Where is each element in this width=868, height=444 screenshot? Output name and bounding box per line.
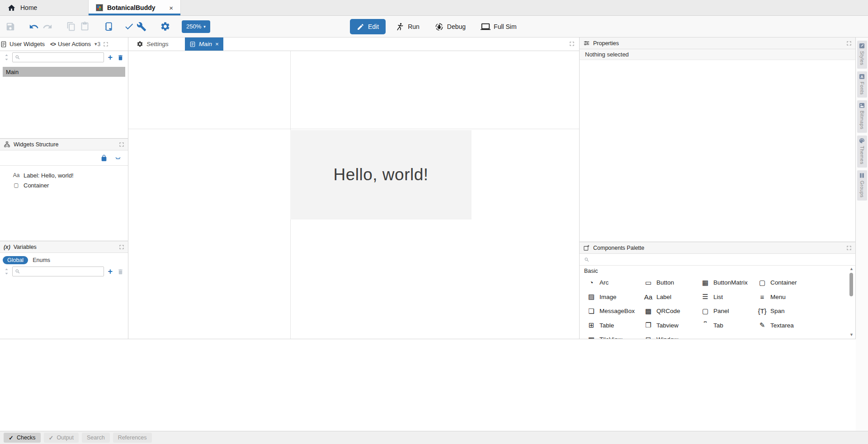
widgets-structure-header: Widgets Structure xyxy=(0,139,128,150)
component-icon: ≡ xyxy=(758,293,767,301)
maximize-panel-icon[interactable] xyxy=(846,245,852,251)
palette-scrollbar[interactable]: ▲ ▼ xyxy=(849,266,854,337)
tab-enums[interactable]: Enums xyxy=(33,257,50,263)
redo-button[interactable] xyxy=(42,21,53,33)
maximize-panel-icon[interactable] xyxy=(103,42,108,47)
design-canvas[interactable]: Hello, world! xyxy=(128,51,579,339)
scroll-down-icon[interactable]: ▼ xyxy=(849,332,854,337)
palette-item[interactable]: ⊟ Window xyxy=(644,332,701,339)
lock-button[interactable] xyxy=(100,154,108,162)
delete-page-button[interactable] xyxy=(116,53,124,61)
palette-item[interactable]: ❐ Tabview xyxy=(644,318,701,333)
palette-item[interactable]: ☰ List xyxy=(701,290,758,304)
sidebar-tab-bitmaps[interactable]: Bitmaps xyxy=(857,100,867,132)
page-icon xyxy=(189,41,196,47)
run-mode-button[interactable]: Run xyxy=(391,19,425,34)
palette-item[interactable]: ▦ ButtonMatrix xyxy=(701,276,758,290)
paste-button[interactable] xyxy=(79,21,90,33)
component-icon: Aa xyxy=(644,293,653,301)
pencil-icon xyxy=(357,23,364,31)
left-panel-tab-bar: User Widgets <> User Actions ▾ 3 xyxy=(0,37,128,51)
component-icon: ❐ xyxy=(644,321,653,329)
chevron-down-icon[interactable]: ▾ xyxy=(94,41,97,47)
component-label: Span xyxy=(770,308,785,314)
component-icon: ▢ xyxy=(701,307,710,315)
delete-variable-button[interactable] xyxy=(116,267,124,276)
tab-settings[interactable]: Settings xyxy=(130,37,175,51)
widgets-tree-item[interactable]: Aa Label: Hello, world! xyxy=(0,170,128,180)
tab-references[interactable]: References xyxy=(113,433,152,443)
add-variable-button[interactable]: + xyxy=(107,267,113,276)
main-tab-close-button[interactable]: × xyxy=(215,41,219,47)
hello-world-label[interactable]: Hello, world! xyxy=(333,165,428,184)
sidebar-tab-themes[interactable]: Themes xyxy=(857,136,867,168)
tab-project[interactable]: BotanicalBuddy × xyxy=(89,0,181,15)
device-screen[interactable]: Hello, world! xyxy=(290,130,472,220)
palette-item[interactable]: ▢ Container xyxy=(758,276,815,290)
wrench-icon xyxy=(137,22,146,32)
component-label: Button xyxy=(656,279,674,286)
palette-item[interactable]: ⎴ Tab xyxy=(701,318,758,333)
components-search-input[interactable] xyxy=(592,257,851,263)
maximize-panel-icon[interactable] xyxy=(119,244,124,250)
palette-item[interactable]: ▭ Button xyxy=(644,276,701,290)
palette-item[interactable]: ≡ Menu xyxy=(758,290,815,304)
palette-item[interactable]: ❏ MessageBox xyxy=(587,304,644,318)
palette-item[interactable]: ✎ Textarea xyxy=(758,318,815,333)
zoom-dropdown[interactable]: 250% ▾ xyxy=(182,20,210,33)
page-list-item-main[interactable]: Main xyxy=(3,67,125,77)
build-button[interactable] xyxy=(136,21,147,33)
search-tab-label: Search xyxy=(87,435,105,441)
groups-icon xyxy=(859,173,865,178)
palette-item[interactable]: ⊞ Table xyxy=(587,318,644,333)
tab-user-widgets[interactable]: User Widgets xyxy=(0,37,47,51)
maximize-panel-icon[interactable] xyxy=(119,142,124,147)
palette-item[interactable]: ▢ Panel xyxy=(701,304,758,318)
component-label: Tabview xyxy=(656,322,679,329)
full-sim-button[interactable]: Full Sim xyxy=(476,19,522,34)
tab-main-page[interactable]: Main × xyxy=(185,37,223,51)
component-label: Image xyxy=(599,294,617,300)
pages-search-input[interactable] xyxy=(22,54,101,61)
palette-item[interactable]: ◔ Arc xyxy=(587,276,644,290)
interface-docs-button[interactable] xyxy=(102,21,114,33)
variables-search-input[interactable] xyxy=(22,268,101,275)
properties-header: Properties xyxy=(580,37,855,49)
widgets-tree: Aa Label: Hello, world! ▢ Container xyxy=(0,166,128,190)
styles-icon xyxy=(859,43,865,49)
tab-checks[interactable]: ✓ Checks xyxy=(4,433,41,443)
save-button[interactable] xyxy=(5,21,16,33)
palette-item[interactable]: ▦ TileView xyxy=(587,332,644,339)
palette-item[interactable]: ▨ Image xyxy=(587,290,644,304)
sidebar-tab-styles[interactable]: Styles xyxy=(857,41,867,69)
title-tab-bar: Home BotanicalBuddy × xyxy=(0,0,868,16)
tab-home[interactable]: Home xyxy=(0,0,89,15)
sidebar-tab-fonts[interactable]: A Fonts xyxy=(857,71,867,98)
debug-mode-button[interactable]: Debug xyxy=(429,19,471,34)
edit-mode-button[interactable]: Edit xyxy=(350,19,386,34)
scrollbar-thumb[interactable] xyxy=(849,273,853,296)
checkmark-icon xyxy=(124,21,134,32)
palette-item[interactable]: ▩ QRCode xyxy=(644,304,701,318)
palette-item[interactable]: Aa Label xyxy=(644,290,701,304)
sort-icon[interactable] xyxy=(4,53,9,61)
tab-search[interactable]: Search xyxy=(82,433,110,443)
sort-icon[interactable] xyxy=(4,267,9,276)
scroll-up-icon[interactable]: ▲ xyxy=(849,266,854,271)
tab-user-actions[interactable]: <> User Actions xyxy=(47,37,94,51)
check-project-button[interactable] xyxy=(123,21,135,33)
add-page-button[interactable]: + xyxy=(107,53,113,61)
settings-tab-label: Settings xyxy=(146,41,169,47)
hide-button[interactable] xyxy=(113,154,123,162)
tab-global[interactable]: Global xyxy=(3,256,28,264)
undo-button[interactable] xyxy=(28,21,40,33)
copy-button[interactable] xyxy=(65,21,77,33)
sidebar-tab-groups[interactable]: Groups xyxy=(857,170,867,201)
maximize-panel-icon[interactable] xyxy=(846,41,852,46)
palette-item[interactable]: {T} Span xyxy=(758,304,815,318)
project-tab-close-button[interactable]: × xyxy=(167,4,175,12)
tab-output[interactable]: ✓ Output xyxy=(44,433,79,443)
maximize-panel-icon[interactable] xyxy=(569,41,575,47)
widgets-tree-item[interactable]: ▢ Container xyxy=(0,180,128,190)
settings-button[interactable] xyxy=(159,21,171,33)
